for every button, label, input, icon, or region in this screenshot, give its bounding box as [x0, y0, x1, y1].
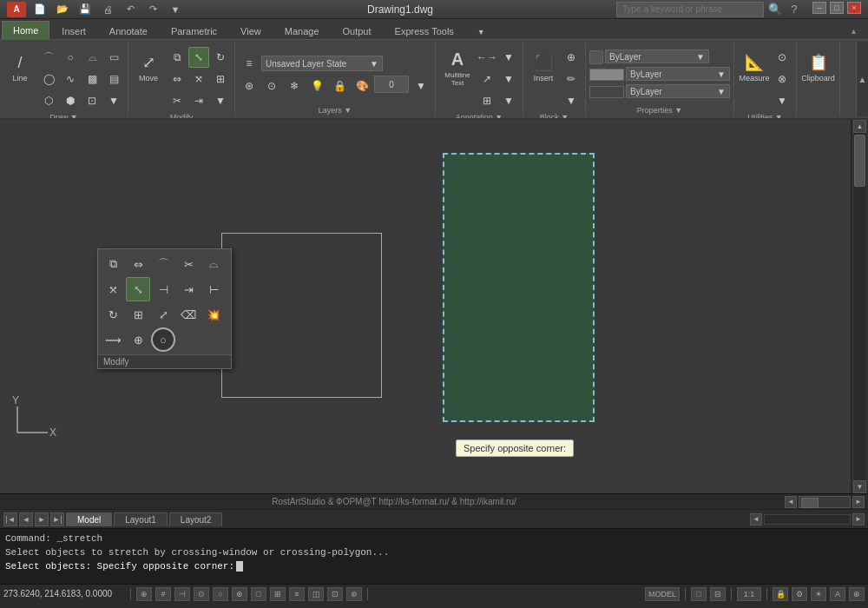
tab-parametric[interactable]: Parametric — [160, 22, 228, 39]
dim-btn[interactable]: ←→ — [477, 47, 497, 68]
clipboard-btn[interactable]: 📋 Clipboard — [802, 45, 835, 90]
layout-nav-last[interactable]: ►| — [50, 512, 64, 526]
trim-btn[interactable]: ✂ — [167, 90, 187, 111]
circle-btn[interactable]: ○ — [60, 47, 81, 68]
otrack-btn[interactable]: ⊗ — [232, 587, 247, 601]
qat-plot[interactable]: 🖨 — [99, 2, 116, 17]
region-btn[interactable]: ⬡ — [38, 90, 59, 111]
layer-freeze-btn[interactable]: ❄ — [284, 76, 305, 96]
search-input[interactable] — [616, 2, 764, 17]
layout-scroll-left[interactable]: ◄ — [750, 513, 762, 525]
line-tool-btn[interactable]: / Line — [3, 45, 36, 90]
mod-offset-btn[interactable]: ⟿ — [101, 327, 125, 352]
tab-output[interactable]: Output — [332, 22, 383, 39]
search-btn[interactable]: 🔍 — [767, 2, 783, 17]
annotation-more[interactable]: ▼ — [498, 90, 519, 111]
snap-grid-btn[interactable]: ⊕ — [136, 587, 152, 601]
layer-num-dropdown[interactable]: ▼ — [411, 76, 431, 96]
tab-annotate[interactable]: Annotate — [98, 22, 159, 39]
maximize-btn[interactable]: □ — [830, 2, 844, 14]
linetype-dropdown[interactable]: ByLayer▼ — [626, 67, 730, 81]
util-btn1[interactable]: ⊙ — [772, 47, 792, 68]
rotate-btn[interactable]: ↻ — [210, 47, 231, 68]
mod-array-btn[interactable]: ⊞ — [126, 302, 150, 327]
ellipse-btn[interactable]: ◯ — [38, 69, 59, 89]
layer-iso-btn[interactable]: ⊙ — [261, 76, 282, 96]
tab-view[interactable]: View — [229, 22, 273, 39]
qat-open[interactable]: 📂 — [54, 2, 71, 17]
tab-express[interactable]: Express Tools — [384, 22, 465, 39]
tab-manage[interactable]: Manage — [273, 22, 331, 39]
mod-fillet-btn[interactable]: ⌒ — [151, 252, 175, 276]
layer-num-field[interactable]: 0 — [374, 76, 409, 93]
gradient-btn[interactable]: ▤ — [103, 69, 124, 89]
revision-btn[interactable]: ⊡ — [82, 90, 102, 111]
block-editor-btn[interactable]: ✏ — [561, 69, 582, 89]
qp-btn[interactable]: ⊡ — [327, 587, 343, 601]
move-tool-btn[interactable]: ⤢ Move — [132, 45, 165, 90]
h-scroll-thumb[interactable] — [801, 498, 819, 508]
layout-tab-layout2[interactable]: Layout2 — [169, 512, 223, 526]
stretch-btn[interactable]: ⤡ — [188, 47, 209, 68]
h-scroll-left[interactable]: ◄ — [785, 496, 797, 508]
tab-home[interactable]: Home — [2, 21, 49, 39]
mod-mirror-btn[interactable]: ⇔ — [126, 252, 150, 276]
zoom-label[interactable]: 1:1 — [737, 587, 761, 601]
scale-btn[interactable]: ⤧ — [188, 69, 209, 89]
leader-btn[interactable]: ↗ — [477, 69, 497, 89]
layout-nav-first[interactable]: |◄ — [3, 512, 17, 526]
osnap-btn[interactable]: ○ — [213, 587, 228, 601]
close-btn[interactable]: × — [847, 2, 861, 14]
polar-btn[interactable]: ⊙ — [194, 587, 209, 601]
viewport2-btn[interactable]: ⊟ — [710, 587, 726, 601]
mod-trim-btn[interactable]: ✂ — [176, 252, 201, 276]
hardware-btn[interactable]: ⚙ — [792, 587, 807, 601]
layout-scroll-right[interactable]: ► — [852, 513, 865, 525]
leader-dropdown[interactable]: ▼ — [498, 69, 519, 89]
ducs-btn[interactable]: □ — [251, 587, 266, 601]
canvas[interactable]: X Y Specify opposite corner: ⧉ ⇔ ⌒ ✂ ⌓ — [0, 120, 851, 493]
layer-on-btn[interactable]: 💡 — [306, 76, 327, 96]
mod-move-btn[interactable]: ⤢ — [151, 302, 175, 327]
qat-undo[interactable]: ↶ — [122, 2, 139, 17]
help-btn[interactable]: ? — [786, 2, 802, 17]
util-more[interactable]: ▼ — [772, 90, 792, 111]
tab-insert[interactable]: Insert — [50, 22, 97, 39]
layer-props-btn[interactable]: ≡ — [239, 53, 260, 74]
mod-lengthen-btn[interactable]: ⊣ — [151, 277, 175, 301]
lweight-btn[interactable]: ≡ — [289, 587, 305, 601]
viewport-btn[interactable]: □ — [691, 587, 707, 601]
mod-copy-btn[interactable]: ⧉ — [101, 252, 125, 276]
make-object-layer-btn[interactable]: ⊛ — [239, 76, 260, 96]
scroll-down-btn[interactable]: ▼ — [853, 480, 866, 493]
qat-redo[interactable]: ↷ — [144, 2, 161, 17]
draw-more[interactable]: ▼ — [103, 90, 124, 111]
mod-stretch-btn[interactable]: ⤡ — [126, 277, 150, 301]
table-btn[interactable]: ⊞ — [477, 90, 497, 111]
isolate-btn[interactable]: ☀ — [811, 587, 826, 601]
mod-scale-btn[interactable]: ⤧ — [101, 277, 125, 301]
qat-save[interactable]: 💾 — [76, 2, 94, 17]
mod-break-btn[interactable]: ⊢ — [201, 277, 226, 301]
qat-more[interactable]: ▼ — [167, 2, 184, 17]
extend-btn[interactable]: ⇥ — [188, 90, 209, 111]
model-space-btn[interactable]: MODEL — [645, 587, 680, 601]
ribbon-collapse-arrow[interactable]: ▲ — [856, 42, 868, 116]
array-btn[interactable]: ⊞ — [210, 69, 231, 89]
lock-ui-btn[interactable]: 🔒 — [773, 587, 788, 601]
scroll-up-btn[interactable]: ▲ — [853, 120, 866, 133]
mirror-btn[interactable]: ⇔ — [167, 69, 187, 89]
mod-chamfer-btn[interactable]: ⌓ — [201, 252, 226, 276]
mod-explode-btn[interactable]: 💥 — [201, 302, 226, 327]
measure-btn[interactable]: 📐 Measure — [738, 45, 771, 90]
dim-dropdown[interactable]: ▼ — [498, 47, 519, 68]
spline-btn[interactable]: ∿ — [60, 69, 81, 89]
qat-new[interactable]: 📄 — [31, 2, 49, 17]
rect-btn[interactable]: ▭ — [103, 47, 124, 68]
tab-more[interactable]: ▼ — [466, 23, 496, 39]
minimize-btn[interactable]: – — [812, 2, 826, 14]
ribbon-collapse[interactable]: ▲ — [845, 23, 863, 39]
layout-nav-prev[interactable]: ◄ — [19, 512, 33, 526]
mod-rotate-btn[interactable]: ↻ — [101, 302, 125, 327]
scroll-thumb[interactable] — [854, 135, 865, 187]
